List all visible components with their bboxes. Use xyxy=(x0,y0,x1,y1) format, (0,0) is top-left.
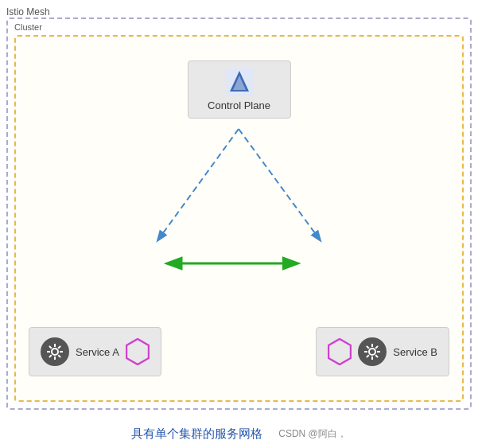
proxy-a-hex xyxy=(126,338,150,365)
service-row: Service A xyxy=(29,327,449,376)
svg-marker-17 xyxy=(328,339,351,364)
svg-line-0 xyxy=(158,129,239,240)
cluster-label: Cluster xyxy=(14,22,42,32)
control-plane-label: Control Plane xyxy=(208,99,270,111)
caption-right-text: CSDN @阿白， xyxy=(278,427,347,441)
caption-text: 具有单个集群的服务网格 xyxy=(131,427,262,442)
service-a-icon xyxy=(41,337,69,366)
svg-line-1 xyxy=(239,129,320,240)
control-plane-box: Control Plane xyxy=(188,60,291,119)
service-b-box: Service B xyxy=(316,327,449,376)
istio-mesh-border: Cluster xyxy=(6,18,472,410)
caption-area: 具有单个集群的服务网格 CSDN @阿白， xyxy=(0,427,478,442)
cluster-border: Control Plane xyxy=(14,35,464,402)
service-a-box: Service A xyxy=(29,327,161,376)
service-b-icon xyxy=(358,337,387,366)
service-a-label: Service A xyxy=(76,346,119,358)
proxy-b-hex xyxy=(328,338,352,365)
outer-container: Istio Mesh Cluster xyxy=(6,6,472,410)
istio-sail-icon xyxy=(225,68,254,96)
service-b-label: Service B xyxy=(393,346,437,358)
svg-marker-16 xyxy=(126,339,149,364)
istio-mesh-label: Istio Mesh xyxy=(6,6,50,18)
